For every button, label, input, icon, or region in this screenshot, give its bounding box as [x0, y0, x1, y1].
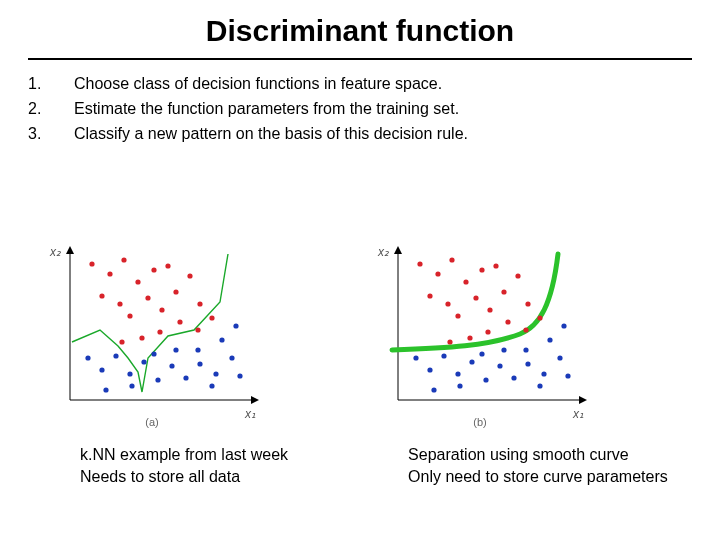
svg-point-31: [183, 375, 188, 380]
caption-left: k.NN example from last week Needs to sto…: [80, 444, 288, 487]
step-1-text: Choose class of decision functions in fe…: [74, 72, 692, 97]
svg-point-20: [139, 335, 144, 340]
svg-point-83: [479, 351, 484, 356]
svg-point-25: [99, 367, 104, 372]
step-3-text: Classify a new pattern on the basis of t…: [74, 122, 692, 147]
svg-point-87: [565, 373, 570, 378]
svg-point-24: [85, 355, 90, 360]
caption-left-line1: k.NN example from last week: [80, 446, 288, 463]
svg-point-43: [237, 373, 242, 378]
svg-point-9: [165, 263, 170, 268]
svg-point-62: [505, 319, 510, 324]
svg-point-84: [457, 383, 462, 388]
step-1: 1. Choose class of decision functions in…: [28, 72, 692, 97]
svg-point-72: [469, 359, 474, 364]
svg-point-29: [155, 377, 160, 382]
svg-point-73: [483, 377, 488, 382]
svg-point-6: [121, 257, 126, 262]
step-2: 2. Estimate the function parameters from…: [28, 97, 692, 122]
svg-marker-47: [579, 396, 587, 404]
svg-point-11: [117, 301, 122, 306]
axis-label-x: x₁: [572, 407, 584, 421]
subfig-label: (a): [145, 416, 158, 428]
svg-point-12: [127, 313, 132, 318]
svg-point-61: [525, 301, 530, 306]
svg-point-49: [435, 271, 440, 276]
svg-point-70: [441, 353, 446, 358]
svg-point-34: [229, 355, 234, 360]
svg-point-4: [89, 261, 94, 266]
svg-point-48: [417, 261, 422, 266]
axis-label-y: x₂: [377, 245, 390, 259]
figure-right: x₂ x₁ (b): [368, 240, 668, 487]
plot-smooth: x₂ x₁ (b): [368, 240, 598, 430]
svg-point-37: [195, 347, 200, 352]
svg-point-27: [127, 371, 132, 376]
svg-point-56: [455, 313, 460, 318]
svg-point-65: [447, 339, 452, 344]
svg-point-66: [523, 327, 528, 332]
svg-point-85: [431, 387, 436, 392]
figure-left: x₂ x₁ (a): [40, 240, 288, 487]
svg-point-54: [427, 293, 432, 298]
step-2-text: Estimate the function parameters from th…: [74, 97, 692, 122]
svg-point-75: [511, 375, 516, 380]
steps-list: 1. Choose class of decision functions in…: [28, 72, 692, 146]
svg-point-81: [523, 347, 528, 352]
step-3-number: 3.: [28, 122, 74, 147]
svg-point-21: [119, 339, 124, 344]
svg-point-30: [169, 363, 174, 368]
svg-point-82: [501, 347, 506, 352]
svg-point-5: [107, 271, 112, 276]
svg-point-78: [557, 355, 562, 360]
svg-point-77: [541, 371, 546, 376]
svg-point-15: [173, 289, 178, 294]
svg-point-60: [515, 273, 520, 278]
svg-point-51: [463, 279, 468, 284]
svg-point-68: [413, 355, 418, 360]
svg-point-22: [195, 327, 200, 332]
svg-point-63: [485, 329, 490, 334]
svg-point-17: [197, 301, 202, 306]
svg-point-86: [537, 383, 542, 388]
smooth-boundary: [392, 254, 558, 350]
svg-point-76: [525, 361, 530, 366]
axis-label-y: x₂: [49, 245, 62, 259]
svg-point-26: [113, 353, 118, 358]
svg-point-67: [537, 315, 542, 320]
caption-right-line1: Separation using smooth curve: [408, 446, 629, 463]
svg-point-69: [427, 367, 432, 372]
svg-point-42: [209, 383, 214, 388]
step-3: 3. Classify a new pattern on the basis o…: [28, 122, 692, 147]
svg-point-64: [467, 335, 472, 340]
svg-point-14: [159, 307, 164, 312]
axis-label-x: x₁: [244, 407, 256, 421]
svg-point-40: [129, 383, 134, 388]
svg-marker-2: [66, 246, 74, 254]
step-1-number: 1.: [28, 72, 74, 97]
svg-point-79: [547, 337, 552, 342]
svg-point-38: [173, 347, 178, 352]
knn-boundary: [72, 254, 228, 392]
svg-marker-3: [251, 396, 259, 404]
svg-point-55: [445, 301, 450, 306]
points-class-blue: [85, 323, 242, 392]
svg-point-41: [103, 387, 108, 392]
caption-right: Separation using smooth curve Only need …: [408, 444, 668, 487]
svg-point-50: [449, 257, 454, 262]
svg-marker-46: [394, 246, 402, 254]
svg-point-58: [487, 307, 492, 312]
points-class-red: [89, 257, 214, 344]
svg-point-39: [151, 351, 156, 356]
caption-right-line2: Only need to store curve parameters: [408, 466, 668, 488]
svg-point-7: [135, 279, 140, 284]
svg-point-52: [479, 267, 484, 272]
caption-left-line2: Needs to store all data: [80, 466, 288, 488]
points-class-blue: [413, 323, 570, 392]
title-underline: [28, 58, 692, 60]
svg-point-23: [209, 315, 214, 320]
step-2-number: 2.: [28, 97, 74, 122]
svg-point-16: [187, 273, 192, 278]
svg-point-80: [561, 323, 566, 328]
slide: Discriminant function 1. Choose class of…: [0, 0, 720, 540]
